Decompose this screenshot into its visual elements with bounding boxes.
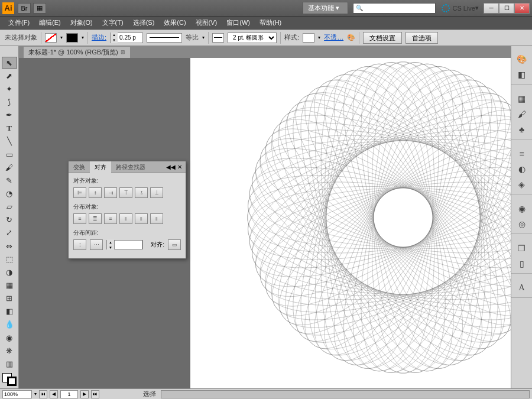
dist-vcenter-button[interactable]: ≣ <box>89 213 102 224</box>
menu-type[interactable]: 文字(T) <box>98 18 128 27</box>
transform-tab[interactable]: 变换 <box>69 161 90 173</box>
gradient-panel-icon[interactable]: ◐ <box>515 162 529 176</box>
free-transform-tool[interactable]: ⬚ <box>2 253 17 265</box>
spacing-input[interactable] <box>114 240 142 249</box>
maximize-button[interactable]: ☐ <box>499 3 514 14</box>
align-tab[interactable]: 对齐 <box>90 161 111 173</box>
shape-builder-tool[interactable]: ◑ <box>2 266 17 278</box>
page-input[interactable] <box>60 390 78 398</box>
last-page-button[interactable]: ⏭ <box>91 390 99 398</box>
width-tool[interactable]: ⇔ <box>2 240 17 252</box>
dist-hspace-button[interactable]: ⋯ <box>90 239 103 250</box>
color-panel-icon[interactable]: 🎨 <box>515 52 529 66</box>
color-picker[interactable] <box>2 373 17 386</box>
menu-file[interactable]: 文件(F) <box>4 18 34 27</box>
dist-hcenter-button[interactable]: ⦀ <box>135 213 148 224</box>
layers-panel-icon[interactable]: ❐ <box>515 241 529 255</box>
dist-bottom-button[interactable]: ≡ <box>104 213 117 224</box>
align-left-button[interactable]: ⊫ <box>73 187 86 198</box>
menu-edit[interactable]: 编辑(E) <box>34 18 66 27</box>
dist-left-button[interactable]: ⦀ <box>119 213 132 224</box>
prev-page-button[interactable]: ◀ <box>50 390 58 398</box>
menu-window[interactable]: 窗口(W) <box>222 18 255 27</box>
dist-top-button[interactable]: ≡ <box>73 213 86 224</box>
stroke-swatch[interactable] <box>66 33 78 43</box>
menu-effect[interactable]: 效果(C) <box>159 18 190 27</box>
dist-vspace-button[interactable]: ⫶ <box>73 239 86 250</box>
prefs-button[interactable]: 首选项 <box>406 32 438 44</box>
brushes-panel-icon[interactable]: 🖌 <box>515 107 529 121</box>
align-hcenter-button[interactable]: ⫲ <box>89 187 102 198</box>
rotate-tool[interactable]: ↻ <box>2 214 17 226</box>
close-tab-icon[interactable]: ⊠ <box>121 49 125 55</box>
rectangle-tool[interactable]: ▭ <box>2 148 17 160</box>
opacity-link[interactable]: 不透… <box>324 33 343 42</box>
line-tool[interactable]: ╲ <box>2 135 17 147</box>
panel-collapse-icon[interactable]: ◀◀ ✕ <box>163 164 186 170</box>
eraser-tool[interactable]: ▱ <box>2 201 17 213</box>
pencil-tool[interactable]: ✎ <box>2 174 17 186</box>
blend-tool[interactable]: ◉ <box>2 332 17 343</box>
profile-select[interactable]: 2 pt. 椭圆形 <box>228 33 277 43</box>
arrange-button[interactable]: ▦ <box>33 3 46 14</box>
swatches-panel-icon[interactable]: ▦ <box>515 92 529 106</box>
fill-swatch[interactable] <box>45 33 57 43</box>
eyedropper-tool[interactable]: 💧 <box>2 319 17 330</box>
stroke-link[interactable]: 描边: <box>92 33 106 42</box>
artboards-panel-icon[interactable]: ▯ <box>515 257 529 271</box>
stroke-weight-input[interactable]: ▲▼ <box>110 33 143 43</box>
style-swatch[interactable] <box>303 33 314 43</box>
menu-object[interactable]: 对象(O) <box>66 18 98 27</box>
magic-wand-tool[interactable]: ✦ <box>2 83 17 95</box>
align-right-button[interactable]: ⫣ <box>104 187 117 198</box>
type-tool[interactable]: T <box>2 122 17 134</box>
dist-right-button[interactable]: ⦀ <box>150 213 163 224</box>
align-vcenter-button[interactable]: ⫱ <box>135 187 148 198</box>
mesh-tool[interactable]: ⊞ <box>2 293 17 304</box>
transparency-panel-icon[interactable]: ◈ <box>515 177 529 192</box>
recolor-icon[interactable]: 🎨 <box>347 34 355 41</box>
minimize-button[interactable]: ─ <box>484 3 499 14</box>
menu-help[interactable]: 帮助(H) <box>255 18 286 27</box>
scale-tool[interactable]: ⤢ <box>2 227 17 239</box>
gradient-tool[interactable]: ◧ <box>2 306 17 317</box>
styles-panel-icon[interactable]: ◎ <box>515 217 529 231</box>
first-page-button[interactable]: ⏮ <box>39 390 47 398</box>
character-panel-icon[interactable]: A <box>515 281 529 295</box>
symbol-sprayer-tool[interactable]: ❋ <box>2 345 17 356</box>
close-button[interactable]: ✕ <box>514 3 530 14</box>
svg-point-46 <box>245 81 511 383</box>
search-input[interactable]: 🔍 <box>353 3 436 14</box>
stroke-panel-icon[interactable]: ≡ <box>515 147 529 161</box>
symbols-panel-icon[interactable]: ♣ <box>515 122 529 137</box>
pen-tool[interactable]: ✒ <box>2 109 17 121</box>
document-tab[interactable]: 未标题-1* @ 100% (RGB/预览)⊠ <box>24 47 130 58</box>
svg-point-18 <box>374 64 480 371</box>
stroke-dash-preview[interactable] <box>147 33 182 43</box>
doc-setup-button[interactable]: 文档设置 <box>363 32 402 44</box>
bridge-button[interactable]: Br <box>18 3 31 14</box>
direct-selection-tool[interactable]: ⬈ <box>2 70 17 82</box>
zoom-input[interactable] <box>2 390 32 398</box>
selection-tool[interactable]: ⬉ <box>2 57 17 69</box>
menu-select[interactable]: 选择(S) <box>128 18 160 27</box>
menu-view[interactable]: 视图(V) <box>191 18 222 27</box>
document-tabs: 未标题-1* @ 100% (RGB/预览)⊠ <box>19 46 511 58</box>
color-guide-icon[interactable]: ◧ <box>515 67 529 82</box>
paintbrush-tool[interactable]: 🖌 <box>2 161 17 173</box>
pathfinder-tab[interactable]: 路径查找器 <box>111 161 150 173</box>
align-top-button[interactable]: ⟙ <box>119 187 132 198</box>
lasso-tool[interactable]: ⟆ <box>2 96 17 108</box>
svg-point-31 <box>251 126 511 352</box>
perspective-tool[interactable]: ▦ <box>2 279 17 291</box>
horizontal-scrollbar[interactable] <box>161 390 530 398</box>
next-page-button[interactable]: ▶ <box>80 390 89 398</box>
graph-tool[interactable]: ▥ <box>2 358 17 369</box>
align-to-button[interactable]: ▭ <box>168 239 181 250</box>
blob-brush-tool[interactable]: ◔ <box>2 187 17 199</box>
cslive-button[interactable]: CS Live ▾ <box>442 4 479 12</box>
profile-preview[interactable] <box>212 33 224 43</box>
align-bottom-button[interactable]: ⟘ <box>150 187 163 198</box>
appearance-panel-icon[interactable]: ◉ <box>515 202 529 216</box>
workspace-selector[interactable]: 基本功能 ▾ <box>303 2 348 14</box>
